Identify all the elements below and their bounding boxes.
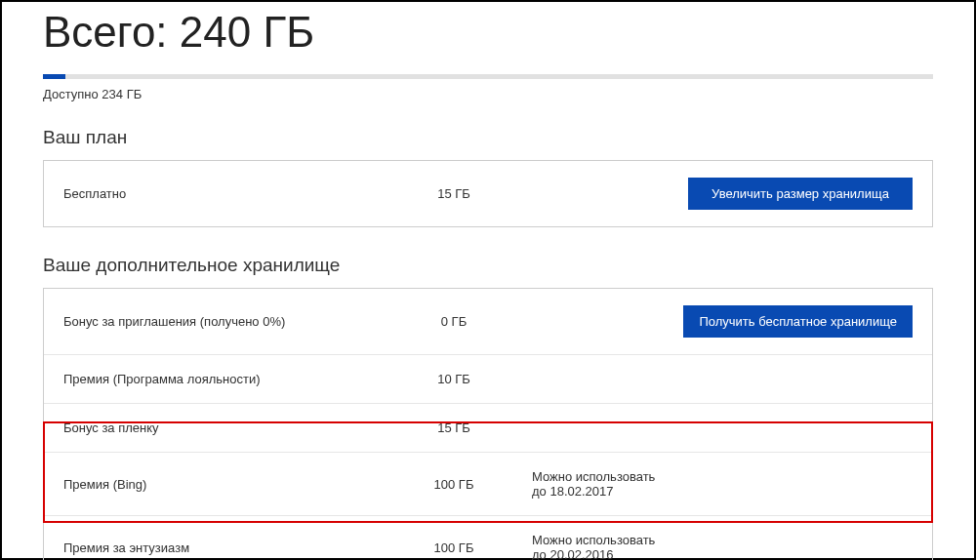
extra-row-enthusiast: Премия за энтузиазм 100 ГБ Можно использ… bbox=[44, 515, 932, 560]
storage-progress-bar bbox=[43, 74, 933, 79]
plan-action: Увеличить размер хранилища bbox=[659, 178, 913, 210]
extra-row-cameraroll: Бонус за пленку 15 ГБ bbox=[44, 403, 932, 452]
plan-name: Бесплатно bbox=[63, 186, 395, 201]
extra-action: Получить бесплатное хранилище bbox=[659, 305, 913, 338]
increase-storage-button[interactable]: Увеличить размер хранилища bbox=[688, 178, 913, 210]
storage-progress-fill bbox=[43, 74, 65, 79]
extra-note: Можно использовать до 18.02.2017 bbox=[512, 469, 659, 499]
plan-heading: Ваш план bbox=[43, 127, 933, 148]
extra-name: Премия (Bing) bbox=[63, 477, 395, 492]
extra-name: Премия (Программа лояльности) bbox=[63, 372, 395, 386]
available-text: Доступно 234 ГБ bbox=[43, 87, 933, 101]
extra-size: 10 ГБ bbox=[395, 372, 512, 386]
extra-box: Бонус за приглашения (получено 0%) 0 ГБ … bbox=[43, 288, 933, 560]
storage-page: Всего: 240 ГБ Доступно 234 ГБ Ваш план Б… bbox=[2, 2, 974, 558]
extra-name: Бонус за пленку bbox=[63, 420, 395, 435]
extra-size: 100 ГБ bbox=[395, 540, 512, 555]
extra-row-bing: Премия (Bing) 100 ГБ Можно использовать … bbox=[44, 452, 932, 515]
page-title: Всего: 240 ГБ bbox=[43, 8, 933, 57]
plan-size: 15 ГБ bbox=[395, 186, 512, 201]
extra-row-referral: Бонус за приглашения (получено 0%) 0 ГБ … bbox=[44, 289, 932, 354]
extra-row-loyalty: Премия (Программа лояльности) 10 ГБ bbox=[44, 354, 932, 403]
extra-name: Бонус за приглашения (получено 0%) bbox=[63, 314, 395, 329]
plan-row: Бесплатно 15 ГБ Увеличить размер хранили… bbox=[44, 161, 932, 226]
extra-size: 0 ГБ bbox=[395, 314, 512, 329]
extra-heading: Ваше дополнительное хранилище bbox=[43, 255, 933, 276]
extra-size: 15 ГБ bbox=[395, 420, 512, 435]
extra-name: Премия за энтузиазм bbox=[63, 540, 395, 555]
plan-box: Бесплатно 15 ГБ Увеличить размер хранили… bbox=[43, 160, 933, 227]
extra-note: Можно использовать до 20.02.2016 bbox=[512, 533, 659, 560]
extra-size: 100 ГБ bbox=[395, 477, 512, 492]
get-free-storage-button[interactable]: Получить бесплатное хранилище bbox=[683, 305, 913, 338]
